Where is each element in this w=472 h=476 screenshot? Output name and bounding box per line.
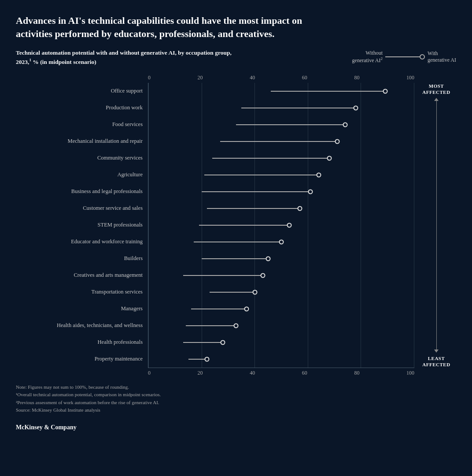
y-label: Creatives and arts management	[16, 267, 148, 284]
bar-line	[212, 158, 329, 159]
y-label: Food services	[16, 116, 148, 133]
with-ai-dot	[343, 122, 347, 127]
chart-row	[148, 167, 414, 183]
with-ai-dot	[308, 189, 313, 194]
with-ai-dot	[316, 172, 321, 177]
chart-row	[148, 100, 414, 116]
x-axis-bottom: 020406080100	[148, 370, 414, 376]
bar-line	[220, 141, 337, 142]
legend-without-label: Withoutgenerative AI2	[352, 50, 383, 64]
y-labels: Office supportProduction workFood servic…	[16, 83, 148, 368]
chart-row	[148, 200, 414, 217]
with-ai-dot	[266, 256, 270, 261]
bar-line	[202, 191, 311, 192]
brand: McKinsey & Company	[16, 424, 456, 431]
subtitle-row: Technical automation potential with and …	[16, 49, 456, 66]
plot-area	[148, 83, 414, 368]
note-line: Note: Figures may not sum to 100%, becau…	[16, 383, 456, 391]
with-ai-dot	[383, 89, 387, 93]
with-ai-dot	[244, 306, 249, 311]
chart-row	[148, 301, 414, 317]
x-axis-top: 020406080100	[148, 74, 414, 81]
chart-row	[148, 83, 414, 100]
with-ai-dot	[354, 105, 358, 110]
bar-line	[191, 309, 247, 309]
chart-row	[148, 351, 414, 368]
main-title: Advances in AI's technical capabilities …	[16, 14, 333, 40]
chart-row	[148, 217, 414, 234]
legend-with-label: Withgenerative AI	[428, 50, 456, 63]
y-label: Health aides, technicians, and wellness	[16, 317, 148, 334]
with-ai-dot	[327, 156, 332, 160]
bar-line	[202, 258, 268, 259]
bar-line	[207, 208, 300, 209]
least-affected-label: LEASTAFFECTED	[422, 355, 450, 368]
bar-line	[236, 124, 345, 125]
chart-row	[148, 234, 414, 250]
with-ai-dot	[252, 290, 257, 294]
note-line: ¹Overall technical automation potential,…	[16, 391, 456, 399]
with-ai-dot	[279, 239, 284, 244]
bar-line	[210, 292, 255, 293]
y-label: Builders	[16, 250, 148, 267]
y-label: Community services	[16, 150, 148, 167]
with-ai-dot	[298, 206, 302, 211]
y-label: Property maintenance	[16, 351, 148, 368]
y-label: Educator and workforce training	[16, 234, 148, 250]
bar-line	[271, 91, 385, 92]
chart-row	[148, 150, 414, 167]
bar-line	[183, 342, 223, 343]
with-ai-dot	[287, 223, 292, 227]
chart-row	[148, 116, 414, 133]
chart-main: Office supportProduction workFood servic…	[16, 83, 456, 368]
bar-line	[199, 225, 289, 226]
y-label: Managers	[16, 301, 148, 317]
chart-row	[148, 183, 414, 200]
chart-rows	[148, 83, 414, 368]
chart-row	[148, 267, 414, 284]
note-line: Source: McKinsey Global Institute analys…	[16, 406, 456, 414]
y-label: STEM professionals	[16, 217, 148, 234]
y-label: Production work	[16, 100, 148, 116]
note-line: ²Previous assessment of work automation …	[16, 399, 456, 407]
y-label: Transportation services	[16, 284, 148, 301]
y-label: Business and legal professionals	[16, 183, 148, 200]
notes: Note: Figures may not sum to 100%, becau…	[16, 383, 456, 414]
chart-subtitle: Technical automation potential with and …	[16, 49, 245, 66]
legend: Withoutgenerative AI2 Withgenerative AI	[352, 50, 456, 64]
y-label: Office support	[16, 83, 148, 100]
with-ai-dot	[260, 273, 265, 278]
y-label: Health professionals	[16, 334, 148, 351]
chart-row	[148, 284, 414, 301]
with-ai-dot	[335, 139, 339, 144]
chart-row	[148, 334, 414, 351]
y-label: Customer service and sales	[16, 200, 148, 217]
y-label: Agriculture	[16, 167, 148, 183]
y-label: Mechanical installation and repair	[16, 133, 148, 150]
chart-row	[148, 133, 414, 150]
chart-row	[148, 317, 414, 334]
bar-line	[241, 108, 356, 108]
bar-line	[194, 242, 281, 242]
bar-line	[186, 325, 236, 326]
chart-area: 020406080100 Office supportProduction wo…	[16, 74, 456, 376]
with-ai-dot	[204, 357, 209, 361]
bar-line	[183, 275, 263, 276]
most-affected-label: MOSTAFFECTED	[422, 83, 450, 96]
bar-line	[204, 175, 319, 175]
chart-row	[148, 250, 414, 267]
with-ai-dot	[221, 340, 225, 345]
with-ai-dot	[234, 323, 239, 328]
